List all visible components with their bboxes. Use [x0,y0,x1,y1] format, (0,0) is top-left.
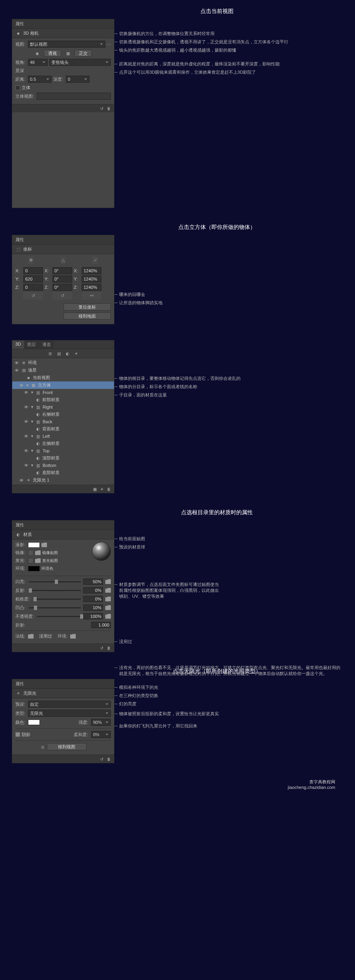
link-icon[interactable]: ↺ [52,292,72,299]
stereo-view-input[interactable] [37,93,111,100]
sx-input[interactable]: 1240% [82,267,101,274]
rx-input[interactable]: 0° [52,267,72,274]
link-icon[interactable]: ⚯ [82,292,101,299]
filter-all-icon[interactable]: ⊞ [47,351,53,356]
refract-value[interactable]: 1.000 [91,622,111,628]
eye-icon[interactable]: 👁 [14,368,19,373]
trash-icon[interactable]: 🗑 [106,756,112,762]
new-icon[interactable]: ☀ [99,486,105,492]
render-icon[interactable]: ▦ [92,486,97,492]
material-preview-sphere[interactable] [92,542,111,561]
folder-icon[interactable] [41,543,47,547]
perspective-button[interactable]: 透视 [44,50,61,57]
tree-row-scene[interactable]: 👁▤场景 [12,366,114,374]
link-icon[interactable]: ↺ [23,292,43,299]
eye-icon[interactable]: 👁 [19,478,24,483]
lens-dropdown[interactable]: 变焦镜头 [49,59,111,66]
opacity-slider[interactable] [37,616,81,617]
tree-row-env[interactable]: 👁⊕环境 [12,359,114,366]
preset-dropdown[interactable]: 自定 [28,701,111,708]
tree-row-front[interactable]: 👁▼▥Front [12,389,114,396]
shine-slider[interactable] [29,581,81,582]
filter-light-icon[interactable]: ☀ [73,351,79,356]
reset-icon[interactable]: ↺ [99,756,105,762]
z-input[interactable]: 0 [23,284,43,291]
reflect-value[interactable]: 0% [83,587,103,593]
tree-row-view[interactable]: ■当前视图 [12,374,114,381]
filter-mesh-icon[interactable]: ▤ [56,351,62,356]
folder-icon[interactable] [28,634,34,639]
tab-channels[interactable]: 通道 [39,340,54,349]
distance-input[interactable]: 0.5 [28,76,52,83]
folder-icon[interactable] [105,614,111,619]
folder-icon[interactable] [35,558,41,563]
eye-icon[interactable]: 👁 [14,361,19,365]
reset-icon[interactable]: ↺ [99,106,105,111]
x-input[interactable]: 0 [23,267,43,274]
move-to-view-button[interactable]: 移到视图 [47,743,86,750]
mirror-swatch[interactable] [28,550,34,556]
ry-input[interactable]: 0° [52,275,72,283]
reset-coord-button[interactable]: 复位坐标 [64,303,111,311]
bump-slider[interactable] [29,607,81,608]
fov-input[interactable]: 46 [28,59,48,66]
folder-icon[interactable] [70,634,76,639]
tree-row-bottom[interactable]: 👁▼▥Bottom [12,462,114,469]
tab-3d[interactable]: 3D [12,340,24,349]
folder-icon[interactable] [105,605,111,610]
tree-row-bottom-mat[interactable]: ◐底部材质 [12,469,114,476]
shine-value[interactable]: 50% [83,578,103,585]
folder-icon[interactable] [105,597,111,601]
tree-row-back[interactable]: 👁▼▥Back [12,418,114,425]
rough-value[interactable]: 0% [83,596,103,602]
folder-icon[interactable] [35,550,41,555]
rough-slider[interactable] [34,599,81,600]
eye-icon[interactable]: 👁 [19,383,24,388]
dist-label: 距离: [15,76,26,82]
color-swatch[interactable] [28,720,40,725]
tree-row-cube[interactable]: 👁▼▦立方体 [12,381,114,389]
reset-icon[interactable]: ↺ [99,645,105,651]
filter-mat-icon[interactable]: ◐ [65,351,70,356]
glow-swatch[interactable] [28,558,34,563]
tree-row-back-mat[interactable]: ◐背面材质 [12,425,114,433]
bump-value[interactable]: 10% [83,604,103,611]
softness-input[interactable]: 0% [91,731,111,738]
env-swatch[interactable] [28,566,40,571]
eye-icon[interactable]: 👁 [23,463,29,468]
orthographic-button[interactable]: 正交 [75,50,92,57]
eye-icon[interactable]: 👁 [23,448,29,453]
stereo-checkbox[interactable] [15,86,20,90]
intensity-input[interactable]: 90% [91,719,111,726]
eye-icon[interactable]: 👁 [23,405,29,409]
eye-icon[interactable]: 👁 [23,419,29,424]
reflect-slider[interactable] [29,590,81,591]
eye-icon[interactable]: 👁 [23,390,29,395]
tree-row-left[interactable]: 👁▼▥Left [12,433,114,440]
tree-row-light[interactable]: 👁☀无限光 1 [12,476,114,484]
opacity-value[interactable]: 100% [83,613,103,619]
tab-layers[interactable]: 图层 [24,340,39,349]
tree-row-right[interactable]: 👁▼▥Right [12,404,114,411]
trash-icon[interactable]: 🗑 [106,486,112,492]
rz-input[interactable]: 0° [52,284,72,291]
tree-row-top[interactable]: 👁▼▥Top [12,447,114,454]
move-to-ground-button[interactable]: 移到地面 [64,312,111,320]
tree-row-front-mat[interactable]: ◐前部材质 [12,396,114,404]
tree-row-left-mat[interactable]: ◐左侧材质 [12,440,114,447]
type-dropdown[interactable]: 无限光 [28,710,111,717]
diffuse-swatch[interactable] [28,542,40,548]
sz-input[interactable]: 1240% [82,284,101,291]
tree-row-top-mat[interactable]: ◐顶部材质 [12,454,114,462]
eye-icon[interactable]: 👁 [23,434,29,439]
folder-icon[interactable] [105,588,111,593]
shadow-checkbox[interactable] [15,732,20,737]
view-dropdown[interactable]: 默认视图 [28,41,105,48]
trash-icon[interactable]: 🗑 [106,106,112,111]
tree-row-right-mat[interactable]: ◐右侧材质 [12,411,114,418]
trash-icon[interactable]: 🗑 [106,645,112,651]
folder-icon[interactable] [105,579,111,584]
y-input[interactable]: 620 [23,275,43,283]
sy-input[interactable]: 1240% [82,275,101,283]
depth-input[interactable]: 0 [66,76,90,83]
